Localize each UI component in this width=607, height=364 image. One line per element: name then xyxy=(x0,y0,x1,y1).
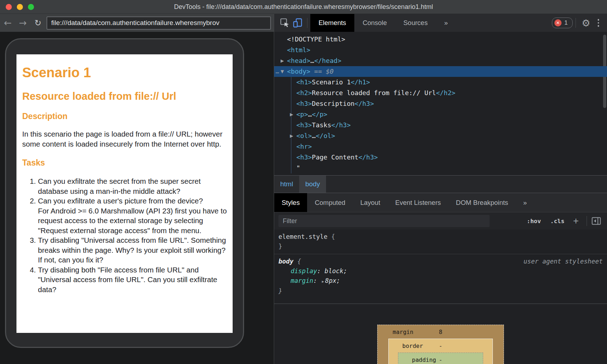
window-titlebar: DevTools - file:///data/data/com.authent… xyxy=(0,0,607,14)
dom-tree-row[interactable]: <hr> xyxy=(274,141,607,152)
dom-tree-row[interactable]: ▶<p>…</p> xyxy=(274,109,607,120)
dom-tree-row[interactable]: ▶<ol>…</ol> xyxy=(274,131,607,141)
reload-icon[interactable]: ↻ xyxy=(31,15,44,31)
close-window-button[interactable] xyxy=(6,4,12,10)
url-bar[interactable]: file:///data/data/com.authenticationfail… xyxy=(47,16,271,30)
rule-body-user-agent[interactable]: user agent stylesheetbody { display: blo… xyxy=(274,254,607,299)
dom-tree: <!DOCTYPE html><html>▶<head>…</head>…▼<b… xyxy=(274,32,607,175)
sidebar-tab-more-sidebar-tabs[interactable]: » xyxy=(516,193,534,212)
device-emulation-area: Scenario 1 Resource loaded from file:// … xyxy=(0,32,274,364)
expand-arrow-icon[interactable]: ▶ xyxy=(290,109,293,120)
dom-node-text: <!DOCTYPE html> xyxy=(274,34,345,45)
sidebar-tab-event-listeners[interactable]: Event Listeners xyxy=(388,193,448,212)
padding-value[interactable]: - xyxy=(439,356,442,363)
css-property-value[interactable]: 8px; xyxy=(325,277,340,284)
dom-node-text: <p>…</p> xyxy=(274,109,327,120)
dom-tree-row[interactable]: <h3>Description</h3> xyxy=(274,98,607,109)
sidebar-tab-layout[interactable]: Layout xyxy=(353,193,388,212)
device-toolbar-icon[interactable] xyxy=(291,16,304,29)
devtools-tabs: ElementsConsoleSources» xyxy=(310,14,456,32)
styles-pane: element.style { } user agent stylesheetb… xyxy=(274,230,607,364)
css-declaration[interactable]: margin: ▸8px; xyxy=(278,276,603,286)
window-title: DevTools - file:///data/data/com.authent… xyxy=(174,3,433,11)
task-list-item: Try disabling "Universal access from fil… xyxy=(38,235,227,265)
collapse-arrow-icon[interactable]: ▼ xyxy=(281,66,284,77)
description-text: In this scenario the page is loaded from… xyxy=(22,129,227,149)
tab-more-tabs[interactable]: » xyxy=(436,14,456,32)
expand-value-icon[interactable]: ▸ xyxy=(321,279,325,284)
breadcrumb-html[interactable]: html xyxy=(274,176,299,193)
dom-node-text: <h3>Page Content</h3> xyxy=(274,152,378,163)
dom-tree-row[interactable]: <!DOCTYPE html> xyxy=(274,34,607,45)
task-list-item: Can you exfiltrate a user's picture from… xyxy=(38,196,227,235)
filter-divider xyxy=(587,216,587,226)
sidebar-tab-computed[interactable]: Computed xyxy=(307,193,353,212)
row-overflow-dots-icon[interactable]: … xyxy=(276,66,280,77)
tasks-heading: Tasks xyxy=(22,158,227,168)
task-list-item: Try disabling both "File access from fil… xyxy=(38,265,227,295)
box-model-padding[interactable]: padding - xyxy=(398,353,483,364)
metrics-divider xyxy=(274,304,607,304)
tab-console[interactable]: Console xyxy=(354,14,395,32)
page-screen: Scenario 1 Resource loaded from file:// … xyxy=(16,54,233,333)
rule-element-style[interactable]: element.style { } xyxy=(274,230,607,254)
css-property-name[interactable]: margin xyxy=(291,277,313,284)
css-property-name[interactable]: display xyxy=(291,267,317,275)
dom-node-text: <h2>Resource loaded from file:// Url</h2… xyxy=(274,88,455,98)
description-heading: Description xyxy=(22,112,227,121)
tab-elements[interactable]: Elements xyxy=(310,14,354,32)
back-icon[interactable]: ← xyxy=(1,15,14,31)
kebab-menu-icon[interactable] xyxy=(593,19,604,27)
toolbar-divider xyxy=(307,18,307,28)
breadcrumb-body[interactable]: body xyxy=(299,176,326,193)
settings-gear-icon[interactable]: ⚙ xyxy=(579,18,593,29)
dom-node-text: <h1>Scenario 1</h1> xyxy=(274,77,370,88)
error-count: 1 xyxy=(564,19,568,26)
css-property-value[interactable]: block; xyxy=(325,267,347,275)
minimize-window-button[interactable] xyxy=(17,4,23,10)
box-model-margin[interactable]: margin 8 border - padding - xyxy=(377,325,504,364)
dom-tree-row[interactable]: <h3>Tasks</h3> xyxy=(274,120,607,131)
dom-tree-row[interactable]: <html> xyxy=(274,45,607,55)
dom-node-text: <head>…</head> xyxy=(274,55,341,66)
styles-filter-input[interactable] xyxy=(278,215,490,227)
dom-tree-row[interactable]: <h2>Resource loaded from file:// Url</h2… xyxy=(274,88,607,98)
browser-navbar: ← → ↻ file:///data/data/com.authenticati… xyxy=(0,14,274,32)
dom-node-text: " xyxy=(274,163,300,173)
dom-node-text: <html> xyxy=(274,45,310,55)
sidebar-tab-styles[interactable]: Styles xyxy=(274,193,307,212)
forward-icon[interactable]: → xyxy=(16,15,29,31)
error-badge[interactable]: ✕ 1 xyxy=(552,18,573,28)
dom-node-text: <ol>…</ol> xyxy=(274,131,335,141)
devtools-pane: ElementsConsoleSources» ✕ 1 ⚙ <!DOCTYPE … xyxy=(274,14,607,364)
expand-arrow-icon[interactable]: ▶ xyxy=(290,131,293,141)
tab-sources[interactable]: Sources xyxy=(395,14,436,32)
dom-tree-row[interactable]: ▶<head>…</head> xyxy=(274,55,607,66)
sidebar-tabs: StylesComputedLayoutEvent ListenersDOM B… xyxy=(274,193,607,212)
border-value[interactable]: - xyxy=(439,343,442,349)
dom-tree-row[interactable]: <h1>Scenario 1</h1> xyxy=(274,77,607,88)
inspect-element-icon[interactable] xyxy=(278,16,291,29)
rule-selector-line: element.style { xyxy=(278,232,603,242)
pseudo-class-toggles: :hov.cls xyxy=(527,218,565,225)
device-frame: Scenario 1 Resource loaded from file:// … xyxy=(5,38,244,348)
pseudo-toggle-hov[interactable]: :hov xyxy=(527,218,541,225)
dom-node-text: <h3>Tasks</h3> xyxy=(274,120,351,131)
dom-tree-row[interactable]: <h3>Page Content</h3> xyxy=(274,152,607,163)
rule-close-line: } xyxy=(278,242,603,251)
expand-arrow-icon[interactable]: ▶ xyxy=(281,55,284,66)
element-style-selector[interactable]: element.style xyxy=(278,233,327,240)
pseudo-toggle-cls[interactable]: .cls xyxy=(550,218,564,225)
css-declaration[interactable]: display: block; xyxy=(278,266,603,276)
dom-tree-row[interactable]: " xyxy=(274,163,607,173)
dom-tree-row[interactable]: …▼<body> == $0 xyxy=(274,66,607,77)
zoom-window-button[interactable] xyxy=(28,4,34,10)
error-icon: ✕ xyxy=(554,19,562,26)
dock-sidebar-icon[interactable] xyxy=(590,215,603,227)
body-selector[interactable]: body xyxy=(278,258,293,265)
sidebar-tab-dom-breakpoints[interactable]: DOM Breakpoints xyxy=(448,193,516,212)
margin-label: margin xyxy=(393,329,413,335)
box-model-border[interactable]: border - padding - xyxy=(388,339,493,364)
new-style-rule-plus-icon[interactable]: + xyxy=(564,216,584,226)
margin-value[interactable]: 8 xyxy=(439,329,442,335)
